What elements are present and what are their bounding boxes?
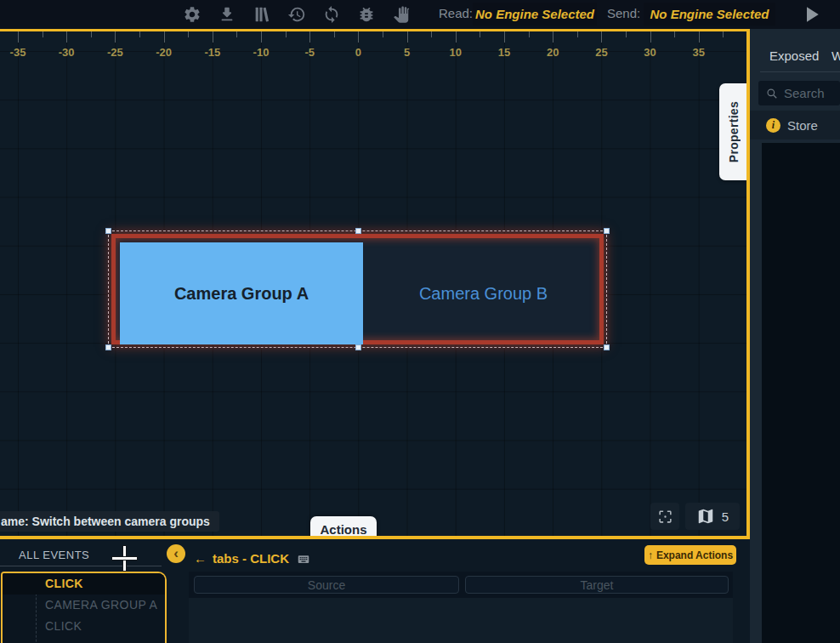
expand-actions-label: Expand Actions xyxy=(656,549,733,561)
collapse-events-button[interactable]: ‹ xyxy=(167,544,185,563)
tab-camera-group-a[interactable]: Camera Group A xyxy=(120,242,363,344)
store-label: Store xyxy=(787,118,818,133)
map-icon xyxy=(696,507,715,526)
right-panel: Exposed W i Store xyxy=(750,29,840,643)
selection-box: Camera Group A Camera Group B xyxy=(108,230,607,348)
toolbar-icon-group xyxy=(181,0,412,29)
import-icon[interactable] xyxy=(216,3,238,26)
selection-handle[interactable] xyxy=(604,228,610,234)
action-breadcrumb: ← tabs - CLICK xyxy=(194,551,312,566)
ruler-label: -30 xyxy=(59,46,75,59)
event-list-item[interactable]: CAMERA GROUP A xyxy=(3,595,165,616)
ruler: -35-30-25-20-15-10-505101520253035 xyxy=(0,31,746,70)
back-arrow-icon[interactable]: ← xyxy=(194,551,207,566)
ruler-tick xyxy=(456,31,457,43)
store-item[interactable]: i Store xyxy=(750,111,840,139)
send-engine-select[interactable]: No Engine Selected xyxy=(644,3,775,26)
actions-drawer-tab[interactable]: Actions xyxy=(310,516,377,539)
event-list-box: CLICKCAMERA GROUP ACLICK xyxy=(1,572,167,643)
ruler-tick xyxy=(236,31,237,37)
ruler-label: 25 xyxy=(595,46,607,59)
ruler-tick xyxy=(91,31,92,37)
ruler-tick xyxy=(626,31,627,37)
tab-exposed[interactable]: Exposed xyxy=(769,48,819,63)
ruler-tick xyxy=(66,31,67,43)
ruler-tick xyxy=(480,31,480,37)
ruler-tick xyxy=(334,31,335,37)
expand-actions-button[interactable]: ↑ Expand Actions xyxy=(644,545,736,565)
bottom-panel: ALL EVENTS CLICKCAMERA GROUP ACLICK ‹ ← … xyxy=(0,541,750,643)
ruler-label: 10 xyxy=(450,46,462,59)
ruler-tick xyxy=(43,31,43,37)
pan-hand-icon[interactable] xyxy=(390,3,412,26)
ruler-label: -20 xyxy=(156,46,172,59)
tab-camera-group-b[interactable]: Camera Group B xyxy=(363,242,604,344)
ruler-tick xyxy=(358,31,359,43)
ruler-tick xyxy=(286,31,287,37)
keyboard-icon[interactable] xyxy=(295,551,312,566)
ruler-tick xyxy=(309,31,310,43)
ruler-label: 30 xyxy=(644,46,656,59)
source-input[interactable] xyxy=(194,576,459,594)
ruler-label: -5 xyxy=(304,46,315,59)
read-label: Read: xyxy=(439,6,473,20)
ruler-tick xyxy=(261,31,262,43)
ruler-tick xyxy=(383,31,383,37)
chevron-left-icon: ‹ xyxy=(173,546,179,560)
arrow-up-icon: ↑ xyxy=(648,549,653,561)
event-list: CLICKCAMERA GROUP ACLICK xyxy=(3,573,165,637)
sync-icon[interactable] xyxy=(321,3,343,26)
divider xyxy=(0,566,162,566)
source-target-strip xyxy=(189,572,733,598)
ruler-tick xyxy=(553,31,553,43)
divider xyxy=(760,71,840,72)
event-list-item[interactable]: CLICK xyxy=(3,573,165,595)
ruler-tick xyxy=(18,31,19,43)
ruler-label: -10 xyxy=(253,46,270,59)
ruler-tick xyxy=(504,31,505,43)
ruler-tick xyxy=(601,31,602,43)
selection-handle[interactable] xyxy=(105,344,111,350)
properties-drawer-tab[interactable]: Properties xyxy=(719,83,748,180)
tab-watched-partial[interactable]: W xyxy=(831,48,840,63)
tabs-component[interactable]: Camera Group A Camera Group B xyxy=(111,234,604,344)
read-engine-select[interactable]: No Engine Selected xyxy=(473,3,597,26)
all-events-header[interactable]: ALL EVENTS xyxy=(19,549,89,561)
ruler-label: 0 xyxy=(355,46,361,59)
app-window: Read: No Engine Selected Send: No Engine… xyxy=(0,0,840,643)
ruler-tick xyxy=(407,31,408,43)
ruler-label: 15 xyxy=(498,46,510,59)
design-canvas[interactable]: -35-30-25-20-15-10-505101520253035 Camer… xyxy=(0,29,750,539)
library-icon[interactable] xyxy=(251,3,273,26)
event-list-item[interactable]: CLICK xyxy=(3,616,165,637)
ruler-tick xyxy=(164,31,165,43)
ruler-tick xyxy=(674,31,675,37)
ruler-label: 35 xyxy=(693,46,705,59)
ruler-label: -35 xyxy=(10,46,26,59)
map-overview-button[interactable]: 5 xyxy=(685,503,740,530)
selection-handle[interactable] xyxy=(355,228,361,234)
history-icon[interactable] xyxy=(286,3,308,26)
ruler-tick xyxy=(529,31,530,37)
breadcrumb-label: tabs - CLICK xyxy=(213,551,289,566)
actions-empty-area xyxy=(189,598,733,643)
top-toolbar: Read: No Engine Selected Send: No Engine… xyxy=(0,0,840,29)
ruler-tick xyxy=(213,31,213,43)
target-input[interactable] xyxy=(465,576,729,594)
component-name-tooltip: ame: Switch between camera groups xyxy=(0,511,219,532)
selection-handle[interactable] xyxy=(604,344,610,350)
send-label: Send: xyxy=(607,6,640,20)
ruler-tick xyxy=(723,31,724,37)
ruler-label: 20 xyxy=(547,46,559,59)
search-input[interactable] xyxy=(784,86,835,100)
properties-tab-label: Properties xyxy=(727,101,741,162)
ruler-tick xyxy=(431,31,432,37)
selection-handle[interactable] xyxy=(105,228,111,234)
play-icon[interactable] xyxy=(797,2,825,27)
settings-icon[interactable] xyxy=(181,3,203,26)
debug-icon[interactable] xyxy=(355,3,377,26)
fit-view-button[interactable] xyxy=(650,503,679,530)
ruler-tick xyxy=(699,31,700,43)
selection-handle[interactable] xyxy=(355,344,361,350)
search-icon xyxy=(766,88,778,100)
